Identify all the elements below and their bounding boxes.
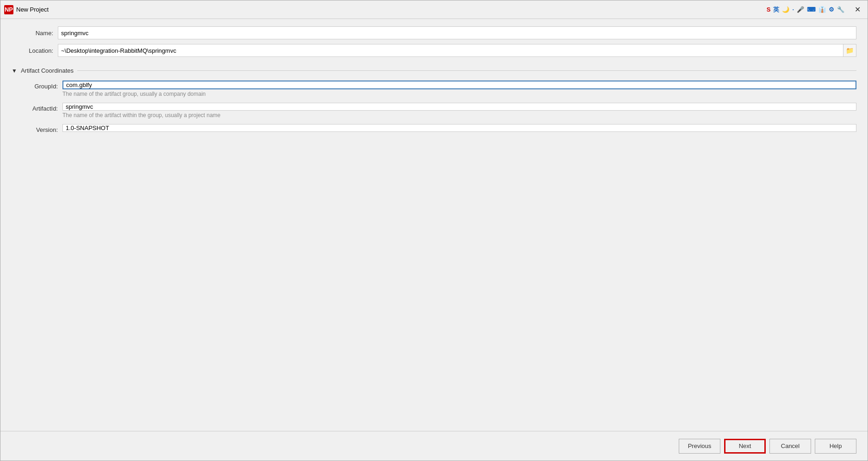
groupid-col: The name of the artifact group, usually … [62, 81, 856, 101]
groupid-input[interactable] [62, 81, 856, 89]
groupid-row: GroupId: The name of the artifact group,… [12, 81, 856, 101]
section-title: Artifact Coordinates [21, 67, 74, 74]
ime-toolbar: S 英 🌙 · 🎤 ⌨ 👔 ⚙ 🔧 [766, 6, 845, 14]
groupid-label: GroupId: [12, 81, 62, 90]
version-input[interactable] [62, 124, 856, 132]
help-button[interactable]: Help [815, 439, 856, 454]
version-col [62, 124, 856, 132]
version-row: Version: [12, 124, 856, 133]
previous-button[interactable]: Previous [679, 439, 720, 454]
artifact-coordinates-section: GroupId: The name of the artifact group,… [12, 81, 856, 135]
ime-wrench-btn[interactable]: 🔧 [836, 6, 845, 13]
ime-moon-btn[interactable]: 🌙 [781, 6, 790, 13]
location-field-group: 📁 [58, 44, 856, 57]
next-button[interactable]: Next [724, 439, 766, 454]
browse-button[interactable]: 📁 [843, 44, 856, 57]
artifactid-label: ArtifactId: [12, 103, 62, 112]
name-input[interactable] [58, 26, 856, 39]
name-label: Name: [12, 30, 58, 37]
section-toggle-icon[interactable]: ▼ [12, 68, 17, 74]
location-row: Location: 📁 [12, 44, 856, 57]
ime-en-btn[interactable]: 英 [772, 6, 780, 14]
ime-gear-btn[interactable]: ⚙ [828, 6, 835, 13]
section-divider [77, 70, 856, 71]
bottom-bar: Previous Next Cancel Help [0, 431, 868, 461]
artifactid-col: The name of the artifact within the grou… [62, 103, 856, 122]
dialog-content: Name: Location: 📁 ▼ Artifact Coordinates… [0, 19, 868, 431]
ime-keyboard-btn[interactable]: ⌨ [806, 6, 817, 13]
location-label: Location: [12, 47, 58, 54]
ime-s-btn[interactable]: S [766, 6, 772, 13]
new-project-dialog: NP New Project S 英 🌙 · 🎤 ⌨ 👔 ⚙ 🔧 ✕ Name:… [0, 0, 868, 461]
artifactid-row: ArtifactId: The name of the artifact wit… [12, 103, 856, 122]
dialog-title: New Project [16, 6, 766, 13]
close-button[interactable]: ✕ [851, 3, 864, 16]
name-row: Name: [12, 26, 856, 39]
ime-mic-btn[interactable]: 🎤 [796, 6, 805, 13]
ime-shirt-btn[interactable]: 👔 [818, 6, 827, 13]
version-label: Version: [12, 124, 62, 133]
location-input[interactable] [58, 44, 843, 57]
artifactid-hint: The name of the artifact within the grou… [62, 112, 856, 118]
artifact-section-header: ▼ Artifact Coordinates [12, 67, 856, 74]
groupid-hint: The name of the artifact group, usually … [62, 91, 856, 97]
ime-dot-btn[interactable]: · [791, 6, 795, 13]
cancel-button[interactable]: Cancel [769, 439, 811, 454]
app-icon: NP [4, 5, 13, 14]
artifactid-input[interactable] [62, 103, 856, 111]
title-bar: NP New Project S 英 🌙 · 🎤 ⌨ 👔 ⚙ 🔧 ✕ [0, 0, 868, 19]
